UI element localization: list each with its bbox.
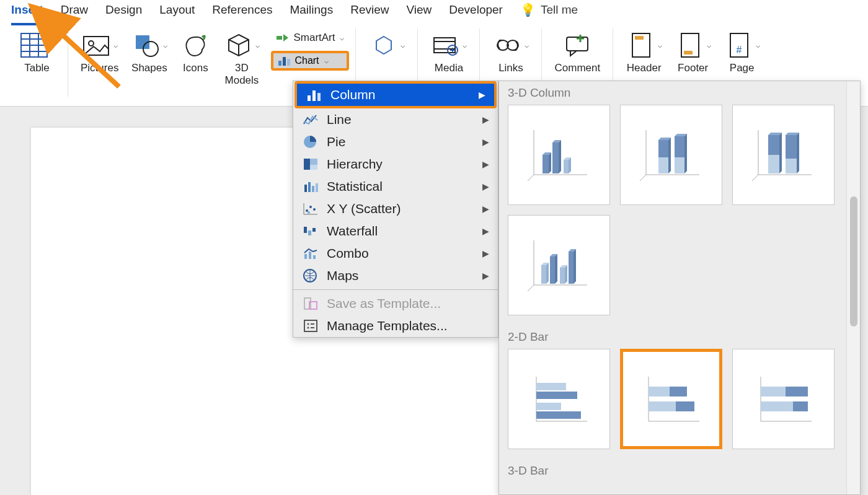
menu-item-label: Statistical xyxy=(327,179,383,194)
svg-line-70 xyxy=(528,175,534,181)
cube-icon xyxy=(223,31,254,59)
chart-type-hierarchy[interactable]: Hierarchy ▶ xyxy=(293,153,498,175)
caret-icon: ⌵ xyxy=(658,41,662,50)
shapes-button[interactable]: ⌵ Shapes xyxy=(125,28,174,77)
svg-rect-54 xyxy=(304,227,307,233)
chart-type-pie[interactable]: Pie ▶ xyxy=(293,131,498,153)
submenu-arrow-icon: ▶ xyxy=(482,204,489,214)
combo-chart-icon xyxy=(302,246,319,261)
links-icon xyxy=(492,31,523,59)
save-template-icon xyxy=(302,296,319,311)
svg-rect-42 xyxy=(310,159,317,165)
3d-models-button[interactable]: ⌵ 3D Models xyxy=(217,28,266,89)
svg-marker-101 xyxy=(797,133,799,173)
links-button[interactable]: ⌵ Links xyxy=(486,28,535,77)
svg-rect-131 xyxy=(761,387,786,396)
svg-marker-87 xyxy=(675,157,684,173)
pictures-label: Pictures xyxy=(81,62,118,74)
caret-icon: ⌵ xyxy=(707,41,711,50)
svg-rect-47 xyxy=(316,183,318,192)
footer-button[interactable]: ⌵ Footer xyxy=(668,28,717,77)
tab-references[interactable]: References xyxy=(212,0,272,25)
tell-me-label: Tell me xyxy=(541,3,578,17)
svg-rect-46 xyxy=(312,186,314,192)
page-number-button[interactable]: # ⌵ Page xyxy=(717,28,766,77)
svg-rect-14 xyxy=(278,61,281,66)
tab-layout[interactable]: Layout xyxy=(159,0,195,25)
chart-type-combo[interactable]: Combo ▶ xyxy=(293,242,498,265)
media-button[interactable]: ⌵ Media xyxy=(424,28,473,77)
menu-item-label: Maps xyxy=(327,268,358,283)
chart-type-line[interactable]: Line ▶ xyxy=(293,108,498,131)
tell-me[interactable]: 💡 Tell me xyxy=(520,0,578,26)
gallery-section-2d-bar: 2-D Bar xyxy=(499,325,860,349)
svg-marker-83 xyxy=(658,157,668,173)
shapes-label: Shapes xyxy=(131,62,167,74)
tab-view[interactable]: View xyxy=(406,0,432,25)
tab-developer[interactable]: Developer xyxy=(449,0,503,25)
svg-point-7 xyxy=(89,41,94,46)
tab-mailings[interactable]: Mailings xyxy=(290,0,333,25)
svg-marker-113 xyxy=(565,265,567,284)
svg-marker-105 xyxy=(541,265,546,284)
chart-type-maps[interactable]: Maps ▶ xyxy=(293,265,498,287)
chart-type-waterfall[interactable]: Waterfall ▶ xyxy=(293,220,498,242)
manage-templates[interactable]: Manage Templates... xyxy=(293,315,498,337)
tab-review[interactable]: Review xyxy=(350,0,389,25)
svg-marker-98 xyxy=(786,159,797,173)
svg-marker-13 xyxy=(283,34,288,42)
svg-rect-63 xyxy=(304,320,317,331)
svg-rect-56 xyxy=(312,228,316,232)
chart-type-scatter[interactable]: X Y (Scatter) ▶ xyxy=(293,198,498,220)
caret-icon: ⌵ xyxy=(51,41,55,50)
tab-draw[interactable]: Draw xyxy=(61,0,88,25)
3d-clustered-column-thumb[interactable] xyxy=(508,105,610,205)
svg-rect-127 xyxy=(649,401,676,411)
scrollbar-thumb[interactable] xyxy=(850,196,857,326)
menu-item-label: Column xyxy=(330,87,375,102)
submenu-arrow-icon: ▶ xyxy=(482,182,489,191)
chart-type-menu: Column ▶ Line ▶ Pie ▶ Hierarchy ▶ Statis… xyxy=(293,81,498,338)
svg-marker-97 xyxy=(779,133,782,173)
clustered-bar-thumb[interactable] xyxy=(508,349,610,449)
pictures-button[interactable]: ⌵ Pictures xyxy=(74,28,125,77)
svg-marker-116 xyxy=(574,249,576,284)
footer-icon xyxy=(675,31,706,59)
gallery-scrollbar[interactable] xyxy=(846,81,860,494)
header-button[interactable]: ⌵ Header xyxy=(619,28,668,77)
3d-stacked-column-thumb[interactable] xyxy=(620,105,722,205)
footer-label: Footer xyxy=(678,62,708,74)
svg-marker-73 xyxy=(549,152,551,173)
100-stacked-bar-thumb[interactable] xyxy=(732,349,835,449)
svg-rect-126 xyxy=(670,387,687,396)
chart-icon xyxy=(277,55,291,67)
submenu-arrow-icon: ▶ xyxy=(482,271,489,281)
comment-button[interactable]: Comment xyxy=(548,28,606,77)
links-label: Links xyxy=(498,62,523,74)
svg-marker-88 xyxy=(675,136,684,157)
submenu-arrow-icon: ▶ xyxy=(482,159,489,169)
chart-type-statistical[interactable]: Statistical ▶ xyxy=(293,175,498,198)
table-button[interactable]: ⌵ Table xyxy=(12,28,61,77)
3d-column-thumb[interactable] xyxy=(508,215,610,315)
icons-button[interactable]: Icons xyxy=(174,28,217,77)
tab-insert[interactable]: Insert xyxy=(11,0,43,25)
manage-templates-icon xyxy=(302,318,319,333)
tab-design[interactable]: Design xyxy=(105,0,142,25)
svg-line-104 xyxy=(528,285,534,291)
addins-button[interactable]: ⌵ Add-ins xyxy=(362,28,411,77)
stacked-bar-thumb[interactable] xyxy=(620,349,722,449)
smartart-button[interactable]: SmartArt ⌵ xyxy=(271,28,349,47)
chart-type-column[interactable]: Column ▶ xyxy=(297,84,494,106)
svg-rect-16 xyxy=(287,59,290,66)
chart-button[interactable]: Chart ⌵ xyxy=(271,51,349,71)
gallery-section-3d-bar: 3-D Bar xyxy=(499,459,860,483)
3d-100-stacked-column-thumb[interactable] xyxy=(732,105,835,205)
caret-icon: ⌵ xyxy=(756,41,760,50)
menu-item-label: X Y (Scatter) xyxy=(327,201,401,216)
maps-chart-icon xyxy=(302,268,319,283)
svg-marker-76 xyxy=(559,140,561,173)
svg-rect-58 xyxy=(309,252,311,259)
table-icon xyxy=(19,31,50,59)
comment-label: Comment xyxy=(554,62,600,74)
